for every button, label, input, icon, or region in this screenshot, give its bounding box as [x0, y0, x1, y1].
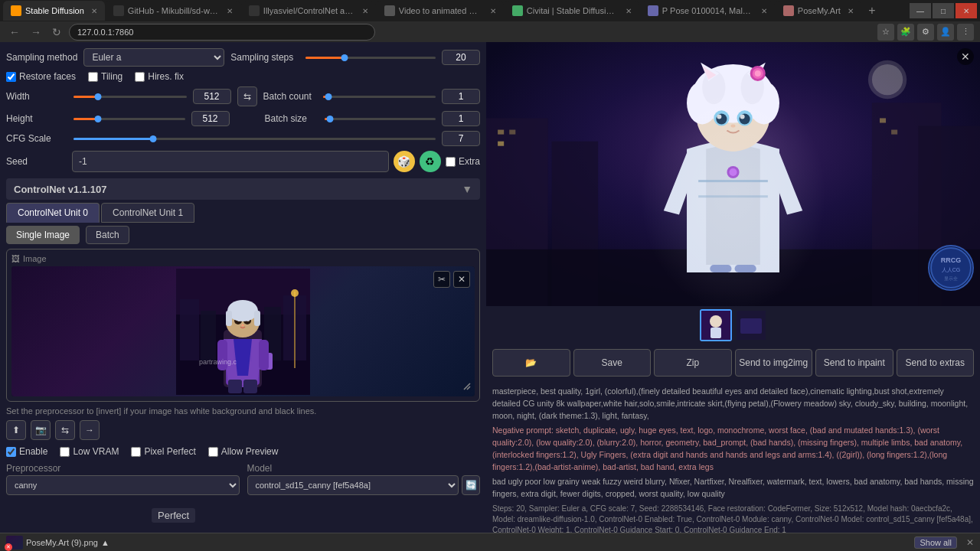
pixel-perfect-checkbox[interactable]: Pixel Perfect: [131, 446, 195, 457]
clear-image-button[interactable]: ✕: [453, 271, 470, 288]
tiling-input[interactable]: [88, 72, 98, 82]
batch-tab[interactable]: Batch: [86, 226, 129, 244]
low-vram-input[interactable]: [60, 447, 70, 457]
tab-posemy[interactable]: PoseMy.Art ✕: [776, 1, 861, 21]
close-generated-image-button[interactable]: ✕: [957, 48, 974, 65]
tab-close-gif[interactable]: ✕: [490, 7, 496, 15]
tab-civitai[interactable]: Civitai | Stable Diffusion models... ✕: [505, 1, 639, 21]
preprocessor-select[interactable]: canny: [6, 475, 240, 495]
allow-preview-input[interactable]: [208, 447, 218, 457]
width-slider[interactable]: [74, 93, 187, 99]
save-button[interactable]: Save: [573, 349, 652, 377]
restore-faces-checkbox[interactable]: Restore faces: [6, 71, 76, 82]
restore-faces-input[interactable]: [6, 72, 16, 82]
controlnet-image-tabs: Single Image Batch: [6, 226, 480, 244]
tiling-checkbox[interactable]: Tiling: [88, 71, 122, 82]
enable-checkbox[interactable]: Enable: [6, 446, 47, 457]
sampling-method-select[interactable]: Euler a: [83, 48, 224, 67]
resize-handle[interactable]: [462, 382, 472, 393]
thumbnail-1[interactable]: [735, 309, 767, 341]
tab-close-github[interactable]: ✕: [227, 7, 233, 15]
batch-count-slider[interactable]: [323, 93, 436, 99]
cfg-scale-slider[interactable]: [74, 135, 436, 142]
bookmark-icon[interactable]: ☆: [877, 24, 894, 41]
error-indicator: ✕: [5, 543, 12, 551]
tab-illyas[interactable]: Illyasviel/ControlNet at main ✕: [241, 1, 376, 21]
thumbnail-0[interactable]: [700, 309, 732, 341]
controlnet-unit-0-tab[interactable]: ControlNet Unit 0: [6, 203, 100, 223]
send-hint-button[interactable]: →: [80, 420, 100, 440]
sampling-steps-thumb[interactable]: [341, 54, 348, 61]
hires-fix-checkbox[interactable]: Hires. fix: [135, 71, 184, 82]
url-input[interactable]: [69, 24, 375, 41]
cfg-scale-label: CFG Scale: [6, 133, 67, 144]
tab-github[interactable]: GitHub - Mikubill/sd-webui-co... ✕: [106, 1, 240, 21]
close-bottom-bar-icon[interactable]: ✕: [966, 537, 974, 548]
single-image-tab[interactable]: Single Image: [6, 226, 80, 244]
cfg-scale-row: CFG Scale 7: [6, 131, 480, 146]
allow-preview-checkbox[interactable]: Allow Preview: [208, 446, 279, 457]
batch-size-thumb[interactable]: [326, 116, 333, 122]
refresh-button[interactable]: ↻: [49, 24, 64, 40]
extra-checkbox[interactable]: Extra: [446, 156, 480, 167]
swap-hint-button[interactable]: ⇆: [55, 420, 75, 440]
back-button[interactable]: ←: [6, 24, 23, 40]
batch-count-thumb[interactable]: [325, 93, 332, 100]
thumb-0-svg: [701, 311, 730, 340]
show-all-button[interactable]: Show all: [914, 536, 957, 549]
settings-icon[interactable]: ⚙: [917, 24, 934, 41]
swap-dimensions-button[interactable]: ⇆: [237, 86, 257, 106]
file-notification[interactable]: ✕ PoseMy.Art (9).png ▲: [6, 536, 109, 549]
width-thumb[interactable]: [95, 93, 102, 100]
enable-label: Enable: [19, 446, 47, 457]
controlnet-image-placeholder[interactable]: partrawing.c ✂ ✕: [11, 266, 475, 396]
extension-icon[interactable]: 🧩: [897, 24, 914, 41]
refresh-model-button[interactable]: 🔄: [462, 475, 480, 495]
new-tab-button[interactable]: +: [862, 1, 882, 21]
svg-point-41: [872, 64, 903, 95]
folder-button[interactable]: 📂: [492, 349, 570, 377]
recycle-seed-button[interactable]: ♻: [420, 151, 441, 172]
low-vram-checkbox[interactable]: Low VRAM: [60, 446, 119, 457]
zip-button[interactable]: Zip: [654, 349, 732, 377]
send-to-img2img-button[interactable]: Send to img2img: [735, 349, 813, 377]
width-value: 512: [193, 89, 231, 104]
controlnet-header[interactable]: ControlNet v1.1.107 ▼: [6, 178, 480, 200]
upload-hint-button[interactable]: ⬆: [6, 420, 26, 440]
forward-button[interactable]: →: [28, 24, 44, 40]
send-to-extras-button[interactable]: Send to extras: [897, 349, 975, 377]
tab-close-sd[interactable]: ✕: [91, 7, 97, 15]
controlnet-unit-1-tab[interactable]: ControlNet Unit 1: [101, 203, 194, 223]
svg-rect-38: [880, 118, 886, 122]
minimize-button[interactable]: —: [910, 3, 931, 18]
dice-button[interactable]: 🎲: [394, 151, 415, 172]
cfg-scale-thumb[interactable]: [150, 135, 157, 142]
hires-fix-input[interactable]: [135, 72, 145, 82]
preprocessor-group: Preprocessor canny: [6, 463, 240, 495]
batch-size-slider[interactable]: [325, 116, 436, 122]
enable-input[interactable]: [6, 447, 16, 457]
seed-input[interactable]: [72, 151, 389, 172]
close-window-button[interactable]: ✕: [956, 3, 977, 18]
tab-pose[interactable]: P Pose 0100014, Male, Lying, Da... ✕: [640, 1, 775, 21]
pixel-perfect-input[interactable]: [131, 447, 141, 457]
height-thumb[interactable]: [95, 116, 102, 122]
sampling-steps-slider[interactable]: [305, 54, 436, 60]
tab-stable-diffusion[interactable]: Stable Diffusion ✕: [3, 1, 105, 21]
user-icon[interactable]: 👤: [937, 24, 954, 41]
screenshot-hint-button[interactable]: 📷: [31, 420, 51, 440]
crop-button[interactable]: ✂: [433, 271, 450, 288]
anime-character-display: partrawing.c: [11, 266, 475, 396]
tab-gif[interactable]: Video to animated GIF converter ✕: [377, 1, 504, 21]
tab-icon-sd: [11, 5, 21, 16]
tab-close-pose[interactable]: ✕: [761, 7, 767, 15]
menu-icon[interactable]: ⋮: [957, 24, 974, 41]
maximize-button[interactable]: □: [933, 3, 954, 18]
model-select[interactable]: control_sd15_canny [fef5a48a]: [247, 475, 459, 495]
send-to-inpaint-button[interactable]: Send to inpaint: [815, 349, 893, 377]
height-slider[interactable]: [74, 116, 185, 122]
tab-close-posemy[interactable]: ✕: [848, 7, 854, 15]
extra-checkbox-input[interactable]: [446, 157, 456, 167]
tab-close-illyas[interactable]: ✕: [362, 7, 368, 15]
tab-close-civitai[interactable]: ✕: [626, 7, 632, 15]
